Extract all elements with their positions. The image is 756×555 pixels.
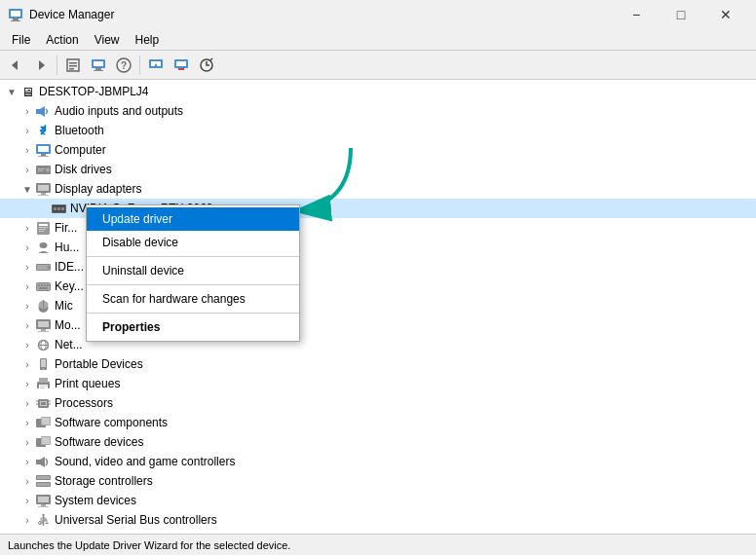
- computer-toggle[interactable]: ›: [19, 142, 35, 158]
- processors-label: Processors: [55, 396, 113, 410]
- svg-rect-27: [41, 154, 46, 156]
- ide-label: IDE...: [55, 260, 84, 274]
- display-toggle[interactable]: ▼: [19, 181, 35, 197]
- svg-rect-46: [39, 231, 44, 232]
- softwaredevices-label: Software devices: [55, 435, 143, 449]
- ctx-scan-hardware[interactable]: Scan for hardware changes: [87, 287, 299, 311]
- network-toggle[interactable]: ›: [19, 337, 35, 352]
- softwarecomponents-toggle[interactable]: ›: [19, 415, 35, 430]
- tree-item-system[interactable]: › System devices: [0, 491, 756, 510]
- monitors-toggle[interactable]: ›: [19, 317, 35, 333]
- tree-item-computer[interactable]: › Computer: [0, 140, 756, 160]
- disk-toggle[interactable]: ›: [19, 162, 35, 177]
- remove-device-button[interactable]: [170, 54, 193, 77]
- root-item[interactable]: ▼ 🖥 DESKTOP-JBMPLJ4: [0, 82, 756, 101]
- svg-rect-9: [69, 68, 74, 70]
- tree-item-display[interactable]: ▼ Display adapters: [0, 179, 756, 199]
- svg-rect-61: [42, 300, 44, 303]
- svg-marker-107: [42, 514, 45, 516]
- properties-button[interactable]: [61, 54, 85, 77]
- ctx-update-driver[interactable]: Update driver: [87, 207, 299, 231]
- svg-rect-12: [95, 68, 101, 70]
- tree-item-sound[interactable]: › Sound, video and game controllers: [0, 452, 756, 471]
- svg-rect-42: [37, 222, 50, 235]
- usb-icon: [35, 512, 51, 528]
- processors-icon: [35, 395, 51, 411]
- tree-item-xbox[interactable]: › Xbox 360 Peripherals: [0, 530, 756, 534]
- bluetooth-label: Bluetooth: [55, 124, 104, 137]
- xbox-toggle[interactable]: ›: [19, 532, 35, 534]
- firmware-toggle[interactable]: ›: [19, 220, 35, 236]
- menu-help[interactable]: Help: [128, 31, 168, 48]
- svg-rect-65: [38, 331, 49, 332]
- keyboards-toggle[interactable]: ›: [19, 278, 35, 294]
- system-icon: [35, 493, 51, 508]
- svg-marker-24: [40, 106, 45, 117]
- update-driver-button[interactable]: ▲: [144, 54, 168, 77]
- usb-toggle[interactable]: ›: [19, 512, 35, 528]
- back-button[interactable]: [4, 54, 27, 77]
- svg-rect-36: [38, 195, 49, 196]
- help-button[interactable]: ?: [112, 54, 135, 77]
- tree-item-softwaredevices[interactable]: › Software devices: [0, 432, 756, 452]
- tree-item-usb[interactable]: › Universal Serial Bus controllers: [0, 510, 756, 530]
- menu-action[interactable]: Action: [38, 31, 86, 48]
- main-content: ▼ 🖥 DESKTOP-JBMPLJ4 › Audio inputs and o…: [0, 80, 756, 534]
- svg-rect-73: [39, 378, 48, 383]
- tree-item-audio[interactable]: › Audio inputs and outputs: [0, 101, 756, 121]
- storage-toggle[interactable]: ›: [19, 473, 35, 489]
- svg-rect-44: [39, 227, 48, 228]
- computer-label: Computer: [55, 143, 106, 157]
- svg-rect-20: [176, 61, 186, 66]
- close-button[interactable]: ✕: [703, 0, 748, 29]
- context-menu: Update driver Disable device Uninstall d…: [86, 204, 300, 342]
- maximize-button[interactable]: □: [659, 0, 703, 29]
- disk-icon: [35, 162, 51, 177]
- svg-rect-99: [38, 506, 49, 507]
- tree-item-processors[interactable]: › Processors: [0, 393, 756, 413]
- menu-bar: File Action View Help: [0, 29, 756, 51]
- ctx-disable-device[interactable]: Disable device: [87, 231, 299, 254]
- tree-item-storage[interactable]: › Storage controllers: [0, 471, 756, 491]
- menu-view[interactable]: View: [87, 31, 128, 48]
- svg-rect-13: [94, 70, 103, 71]
- forward-button[interactable]: [29, 54, 53, 77]
- scan-button[interactable]: [195, 54, 218, 77]
- tree-item-portable[interactable]: › Portable Devices: [0, 354, 756, 374]
- system-label: System devices: [55, 494, 136, 507]
- svg-rect-106: [45, 523, 48, 524]
- portable-toggle[interactable]: ›: [19, 356, 35, 372]
- audio-toggle[interactable]: ›: [19, 103, 35, 119]
- ctx-uninstall-device[interactable]: Uninstall device: [87, 259, 299, 282]
- minimize-button[interactable]: −: [614, 0, 659, 29]
- gpu-toggle: [35, 201, 51, 216]
- human-toggle[interactable]: ›: [19, 240, 35, 255]
- svg-marker-4: [12, 60, 18, 70]
- svg-rect-75: [40, 386, 47, 387]
- ide-toggle[interactable]: ›: [19, 259, 35, 275]
- firmware-icon: [35, 220, 51, 236]
- print-toggle[interactable]: ›: [19, 376, 35, 391]
- audio-label: Audio inputs and outputs: [55, 104, 183, 118]
- svg-rect-55: [44, 284, 46, 286]
- system-toggle[interactable]: ›: [19, 493, 35, 508]
- mice-toggle[interactable]: ›: [19, 298, 35, 314]
- ctx-properties[interactable]: Properties: [87, 315, 299, 339]
- tree-item-disk[interactable]: › Disk drives: [0, 160, 756, 179]
- svg-rect-89: [42, 437, 50, 444]
- bluetooth-toggle[interactable]: ›: [19, 123, 35, 138]
- portable-label: Portable Devices: [55, 357, 143, 371]
- toolbar: ? ▲: [0, 51, 756, 80]
- menu-file[interactable]: File: [4, 31, 38, 48]
- softwaredevices-toggle[interactable]: ›: [19, 434, 35, 450]
- svg-rect-43: [39, 224, 48, 226]
- device-manager-button[interactable]: [87, 54, 110, 77]
- tree-item-softwarecomponents[interactable]: › Software components: [0, 413, 756, 432]
- root-toggle[interactable]: ▼: [4, 84, 19, 99]
- svg-rect-1: [11, 11, 20, 17]
- sound-toggle[interactable]: ›: [19, 454, 35, 469]
- svg-rect-11: [94, 61, 103, 66]
- tree-item-bluetooth[interactable]: › Bluetooth: [0, 121, 756, 140]
- processors-toggle[interactable]: ›: [19, 395, 35, 411]
- tree-item-print[interactable]: › Print queues: [0, 374, 756, 393]
